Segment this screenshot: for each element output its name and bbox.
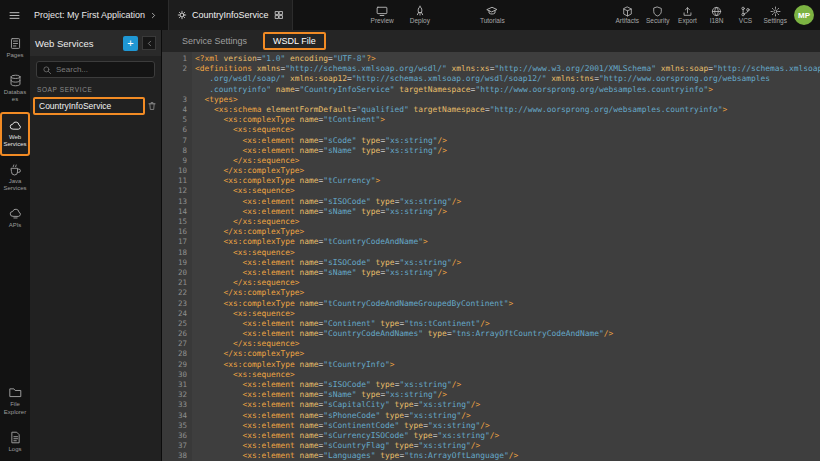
service-list-item[interactable]: CountryInfoService (33, 97, 158, 115)
panel-title: Web Services (35, 38, 119, 49)
code-area: <?xml version="1.0" encoding="UTF-8"?><d… (192, 52, 820, 461)
code-line: </xs:sequence> (195, 217, 820, 227)
preview-icon (376, 5, 388, 17)
search-input[interactable] (56, 65, 149, 74)
artifacts-icon (622, 6, 633, 17)
line-number: 5 (162, 115, 187, 125)
topbar-action-label: Security (646, 18, 669, 25)
line-number: 29 (162, 360, 187, 370)
apis-icon (9, 207, 22, 220)
wsdl-editor[interactable]: 1234567891011121314151617181920212223242… (162, 52, 820, 461)
sidebar-item-label: File Explorer (3, 401, 27, 415)
code-line: <types> (195, 95, 820, 105)
project-switcher[interactable]: Project: My First Application (28, 10, 164, 20)
code-line: </xs:sequence> (195, 278, 820, 288)
line-number: 22 (162, 288, 187, 298)
topbar-action-preview[interactable]: Preview (371, 5, 394, 25)
tutorials-icon (486, 5, 498, 17)
line-number: 15 (162, 217, 187, 227)
line-number: 19 (162, 258, 187, 268)
topbar-action-label: Artifacts (616, 18, 639, 25)
line-number: 24 (162, 309, 187, 319)
sidebar-item-logs[interactable]: Logs (0, 424, 30, 461)
code-line: .countryinfo" name="CountryInfoService" … (195, 85, 820, 95)
tab-service-settings[interactable]: Service Settings (172, 32, 257, 50)
main-menu-button[interactable] (0, 0, 28, 30)
collapse-panel-button[interactable] (142, 36, 156, 50)
service-icon (177, 10, 187, 20)
add-service-button[interactable]: + (123, 36, 138, 51)
tab-wsdl-file[interactable]: WSDL File (263, 32, 326, 50)
i18n-icon (711, 6, 722, 17)
line-number: 17 (162, 237, 187, 247)
panel-header: Web Services + (30, 30, 161, 56)
code-line: <xs:element name="sName" type="xs:string… (195, 146, 820, 156)
web-services-panel: Web Services + SOAP SERVICE CountryInfoS… (30, 30, 162, 461)
topbar-action-security[interactable]: Security (646, 6, 669, 25)
line-number: 18 (162, 248, 187, 258)
line-number: 13 (162, 197, 187, 207)
line-number: 9 (162, 156, 187, 166)
web-services-icon (9, 119, 22, 132)
line-number: 37 (162, 441, 187, 451)
topbar-actions: PreviewDeployTutorials (371, 5, 505, 25)
topbar-action-deploy[interactable]: Deploy (410, 5, 430, 25)
code-line: .org/wsdl/soap/" xmlns:soap12="http://sc… (195, 74, 820, 84)
open-service-tab-label: CountryInfoService (192, 10, 269, 20)
section-label: SOAP SERVICE (30, 81, 161, 96)
search-icon (42, 65, 52, 75)
tabbar: Service SettingsWSDL File (162, 30, 820, 52)
topbar-action-label: Settings (764, 18, 788, 25)
code-line: <xs:complexType name="tContinent"> (195, 115, 820, 125)
sidebar-item-file-explorer[interactable]: File Explorer (0, 379, 30, 423)
open-service-tab[interactable]: CountryInfoService (168, 0, 293, 30)
line-number-gutter: 1234567891011121314151617181920212223242… (162, 52, 192, 461)
line-number: 20 (162, 268, 187, 278)
sidebar-item-apis[interactable]: APIs (0, 200, 30, 237)
line-number: 16 (162, 227, 187, 237)
sidebar-item-label: APIs (9, 222, 22, 229)
topbar-action-vcs[interactable]: VCS (735, 6, 757, 25)
code-line: <xs:element name="sCode" type="xs:string… (195, 136, 820, 146)
topbar-action-artifacts[interactable]: Artifacts (616, 6, 639, 25)
code-line: <xs:element name="sCurrencyISOCode" type… (195, 431, 820, 441)
line-number: 27 (162, 339, 187, 349)
delete-service-button[interactable] (147, 101, 158, 111)
trash-icon (147, 101, 157, 111)
user-avatar[interactable]: MP (794, 5, 814, 25)
databases-icon (9, 74, 22, 87)
code-line: <xs:complexType name="tCurrency"> (195, 176, 820, 186)
sidebar-item-databases[interactable]: Databases (0, 67, 30, 111)
code-line: </xs:sequence> (195, 156, 820, 166)
code-line: <xs:sequence> (195, 309, 820, 319)
export-icon (682, 6, 693, 17)
sidebar-item-java-services[interactable]: Java Services (0, 156, 30, 200)
code-line: <xs:complexType name="tCountryCodeAndNam… (195, 237, 820, 247)
service-name[interactable]: CountryInfoService (33, 97, 145, 115)
line-number: 28 (162, 349, 187, 359)
settings-icon (770, 6, 781, 17)
line-number (162, 85, 187, 95)
code-line: <xs:schema elementFormDefault="qualified… (195, 105, 820, 115)
code-line: <xs:element name="sPhoneCode" type="xs:s… (195, 411, 820, 421)
code-line: <xs:complexType name="tCountryInfo"> (195, 360, 820, 370)
code-line: <xs:element name="CountryCodeAndNames" t… (195, 329, 820, 339)
topbar-right-actions: ArtifactsSecurityExportI18NVCSSettings (616, 6, 791, 25)
code-line: <xs:element name="sName" type="xs:string… (195, 390, 820, 400)
sidebar-item-web-services[interactable]: Web Services (0, 112, 30, 156)
topbar: Project: My First Application CountryInf… (0, 0, 820, 30)
grid-icon[interactable] (274, 10, 284, 20)
sidebar-item-pages[interactable]: Pages (0, 30, 30, 67)
topbar-action-tutorials[interactable]: Tutorials (480, 5, 505, 25)
line-number: 35 (162, 421, 187, 431)
topbar-action-i18n[interactable]: I18N (706, 6, 728, 25)
line-number: 8 (162, 146, 187, 156)
topbar-action-export[interactable]: Export (677, 6, 699, 25)
line-number: 4 (162, 105, 187, 115)
search-box (36, 61, 155, 78)
topbar-action-label: I18N (710, 18, 724, 25)
hamburger-icon (8, 9, 21, 22)
topbar-action-settings[interactable]: Settings (764, 6, 788, 25)
line-number: 38 (162, 451, 187, 461)
code-line: <xs:element name="sISOCode" type="xs:str… (195, 197, 820, 207)
